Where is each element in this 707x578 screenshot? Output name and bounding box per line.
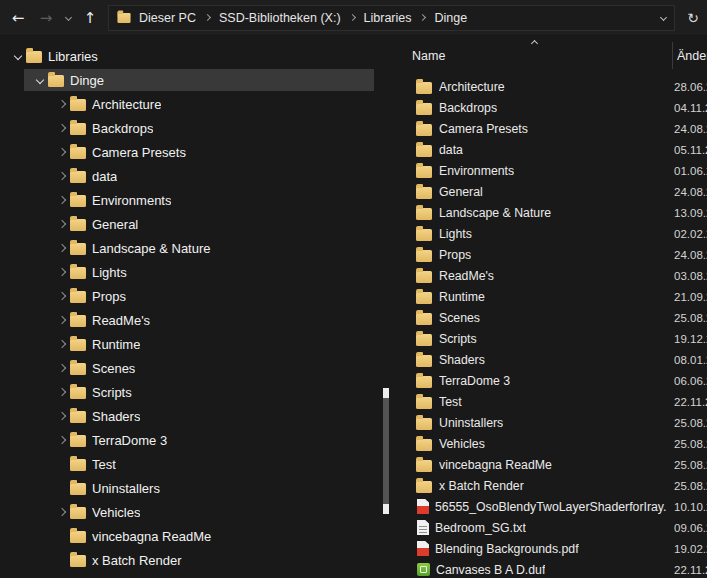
- file-row-scenes[interactable]: Scenes25.08.2: [400, 307, 707, 328]
- tree-item-lights[interactable]: Lights: [0, 260, 392, 284]
- folder-icon: [70, 435, 86, 447]
- tree-item-scripts[interactable]: Scripts: [0, 380, 392, 404]
- up-button[interactable]: ↑: [76, 4, 104, 32]
- file-row-props[interactable]: Props24.08.2: [400, 244, 707, 265]
- file-row-scripts[interactable]: Scripts19.12.2: [400, 328, 707, 349]
- forward-button[interactable]: →: [32, 4, 60, 32]
- expand-chevron-icon[interactable]: [54, 341, 70, 347]
- file-row-x-batch-render[interactable]: x Batch Render25.08.2: [400, 475, 707, 496]
- tree-item-label: Lights: [92, 265, 127, 280]
- expand-chevron-icon[interactable]: [54, 509, 70, 515]
- tree-item-label: ReadMe's: [92, 313, 150, 328]
- tree-scrollbar[interactable]: [383, 0, 390, 578]
- expand-chevron-icon[interactable]: [54, 365, 70, 371]
- tree-item-environments[interactable]: Environments: [0, 188, 392, 212]
- breadcrumb-separator-icon[interactable]: [349, 14, 356, 21]
- tree-item-uninstallers[interactable]: Uninstallers: [0, 476, 392, 500]
- file-row-blending-backgrounds-pdf[interactable]: Blending Backgrounds.pdf19.02.2: [400, 538, 707, 559]
- expand-chevron-icon[interactable]: [54, 197, 70, 203]
- file-row-data[interactable]: data05.11.2: [400, 139, 707, 160]
- file-name: Lights: [439, 227, 472, 241]
- expand-chevron-icon[interactable]: [54, 245, 70, 251]
- forward-icon: →: [40, 9, 53, 27]
- column-header-name[interactable]: Name: [412, 49, 445, 63]
- tree-item-general[interactable]: General: [0, 212, 392, 236]
- address-dropdown-chevron-icon[interactable]: [660, 14, 667, 21]
- tree-item-landscape-nature[interactable]: Landscape & Nature: [0, 236, 392, 260]
- file-row-bedroom-sg-txt[interactable]: Bedroom_SG.txt09.06.2: [400, 517, 707, 538]
- tree-item-terradome-3[interactable]: TerraDome 3: [0, 428, 392, 452]
- recent-locations-button[interactable]: [60, 4, 76, 32]
- expand-chevron-icon[interactable]: [54, 149, 70, 155]
- folder-icon: [70, 267, 86, 279]
- file-row-lights[interactable]: Lights02.02.2: [400, 223, 707, 244]
- file-modified-date: 19.12.2: [674, 333, 707, 345]
- file-row-readme-s[interactable]: ReadMe's03.08.2: [400, 265, 707, 286]
- breadcrumb-item-ssd-bibliotheken-x[interactable]: SSD-Bibliotheken (X:): [218, 11, 342, 25]
- tree-item-vincebagna-readme[interactable]: vincebagna ReadMe: [0, 524, 392, 548]
- current-folder-icon: [117, 13, 130, 23]
- file-row-camera-presets[interactable]: Camera Presets24.08.2: [400, 118, 707, 139]
- file-row-landscape-nature[interactable]: Landscape & Nature13.09.2: [400, 202, 707, 223]
- file-row-vincebagna-readme[interactable]: vincebagna ReadMe25.08.2: [400, 454, 707, 475]
- file-modified-date: 03.08.2: [674, 270, 707, 282]
- file-row-environments[interactable]: Environments01.06.2: [400, 160, 707, 181]
- expand-chevron-icon[interactable]: [54, 317, 70, 323]
- expand-chevron-icon[interactable]: [54, 101, 70, 107]
- folder-icon: [70, 411, 86, 423]
- tree-item-camera-presets[interactable]: Camera Presets: [0, 140, 392, 164]
- file-row-general[interactable]: General24.08.2: [400, 181, 707, 202]
- file-row-56555-osoblendytwolayershaderforiray[interactable]: 56555_OsoBlendyTwoLayerShaderforIray....…: [400, 496, 707, 517]
- breadcrumb-item-dinge[interactable]: Dinge: [433, 11, 468, 25]
- file-row-backdrops[interactable]: Backdrops04.11.2: [400, 97, 707, 118]
- tree-item-props[interactable]: Props: [0, 284, 392, 308]
- file-row-shaders[interactable]: Shaders08.01.2: [400, 349, 707, 370]
- tree-item-readme-s[interactable]: ReadMe's: [0, 308, 392, 332]
- expand-chevron-icon[interactable]: [54, 413, 70, 419]
- back-button[interactable]: ←: [4, 4, 32, 32]
- column-header-modified[interactable]: Änderungsdatum: [677, 49, 707, 63]
- scrollbar-thumb[interactable]: [383, 388, 389, 514]
- tree-item-label: Architecture: [92, 97, 161, 112]
- tree-item-scenes[interactable]: Scenes: [0, 356, 392, 380]
- expand-chevron-icon[interactable]: [54, 125, 70, 131]
- expand-chevron-icon[interactable]: [32, 77, 48, 83]
- tree-item-test[interactable]: Test: [0, 452, 392, 476]
- tree-item-vehicles[interactable]: Vehicles: [0, 500, 392, 524]
- file-row-uninstallers[interactable]: Uninstallers25.08.2: [400, 412, 707, 433]
- expand-chevron-icon[interactable]: [54, 221, 70, 227]
- file-name: TerraDome 3: [439, 374, 510, 388]
- expand-chevron-icon[interactable]: [54, 269, 70, 275]
- tree-item-dinge[interactable]: Dinge: [0, 68, 392, 92]
- tree-item-architecture[interactable]: Architecture: [0, 92, 392, 116]
- tree-item-shaders[interactable]: Shaders: [0, 404, 392, 428]
- expand-chevron-icon[interactable]: [54, 389, 70, 395]
- folder-icon: [70, 531, 86, 543]
- expand-chevron-icon[interactable]: [54, 173, 70, 179]
- file-modified-date: 25.08.2: [674, 459, 707, 471]
- file-row-canvases-b-a-d-duf[interactable]: Canvases B A D.duf22.11.2: [400, 559, 707, 578]
- tree-item-backdrops[interactable]: Backdrops: [0, 116, 392, 140]
- expand-chevron-icon[interactable]: [54, 437, 70, 443]
- file-row-architecture[interactable]: Architecture28.06.2: [400, 76, 707, 97]
- tree-item-label: vincebagna ReadMe: [92, 529, 211, 544]
- file-row-terradome-3[interactable]: TerraDome 306.06.2: [400, 370, 707, 391]
- folder-icon: [416, 229, 432, 241]
- breadcrumb-separator-icon[interactable]: [419, 14, 426, 21]
- column-separator[interactable]: [672, 42, 673, 69]
- expand-chevron-icon[interactable]: [54, 293, 70, 299]
- tree-item-libraries[interactable]: Libraries: [0, 44, 392, 68]
- folder-icon: [416, 103, 432, 115]
- file-row-vehicles[interactable]: Vehicles25.08.2: [400, 433, 707, 454]
- address-bar[interactable]: Dieser PCSSD-Bibliotheken (X:)LibrariesD…: [108, 5, 675, 31]
- file-row-test[interactable]: Test22.11.2: [400, 391, 707, 412]
- expand-chevron-icon[interactable]: [10, 53, 26, 59]
- breadcrumb-item-dieser-pc[interactable]: Dieser PC: [138, 11, 197, 25]
- file-row-runtime[interactable]: Runtime21.09.2: [400, 286, 707, 307]
- refresh-button[interactable]: ↻: [679, 4, 707, 32]
- breadcrumb-separator-icon[interactable]: [204, 14, 211, 21]
- tree-item-x-batch-render[interactable]: x Batch Render: [0, 548, 392, 572]
- tree-item-runtime[interactable]: Runtime: [0, 332, 392, 356]
- folder-icon: [70, 147, 86, 159]
- tree-item-data[interactable]: data: [0, 164, 392, 188]
